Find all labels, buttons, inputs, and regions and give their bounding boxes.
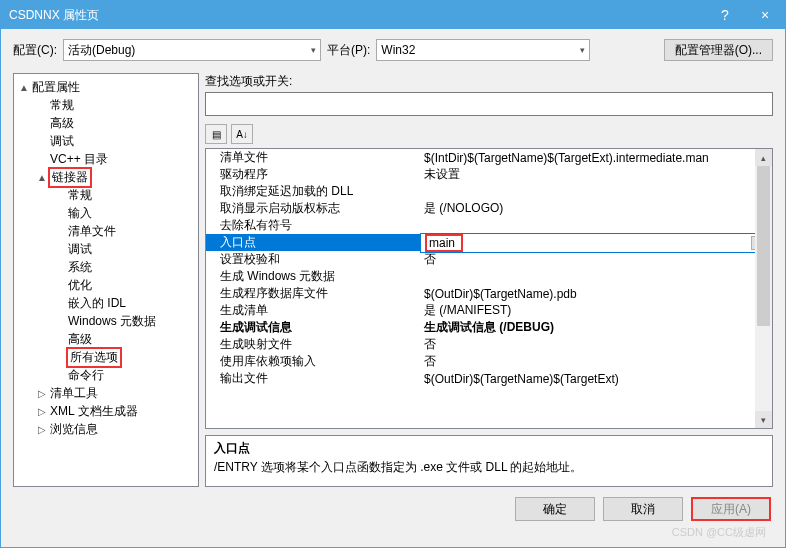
help-button[interactable]: ? (705, 1, 745, 29)
tree-item[interactable]: 清单文件 (14, 222, 198, 240)
property-key: 取消显示启动版权标志 (206, 200, 420, 217)
tree-item-label: 系统 (66, 259, 94, 276)
tree-item[interactable]: 系统 (14, 258, 198, 276)
property-row[interactable]: 生成程序数据库文件$(OutDir)$(TargetName).pdb (206, 285, 772, 302)
tree-item-label: Windows 元数据 (66, 313, 158, 330)
tree-item-label: XML 文档生成器 (48, 403, 140, 420)
config-manager-button[interactable]: 配置管理器(O)... (664, 39, 773, 61)
property-key: 生成 Windows 元数据 (206, 268, 420, 285)
tree-item[interactable]: 常规 (14, 96, 198, 114)
tree-item-label: 浏览信息 (48, 421, 100, 438)
tree-item-label: 配置属性 (30, 79, 82, 96)
tree-item[interactable]: ▷浏览信息 (14, 420, 198, 438)
tree-item[interactable]: 常规 (14, 186, 198, 204)
categorize-icon[interactable]: ▤ (205, 124, 227, 144)
tree-toggle-icon[interactable]: ▷ (36, 406, 48, 417)
scroll-down-icon[interactable]: ▾ (755, 411, 772, 428)
property-key: 清单文件 (206, 149, 420, 166)
property-key: 使用库依赖项输入 (206, 353, 420, 370)
property-row[interactable]: 生成 Windows 元数据 (206, 268, 772, 285)
tree-item[interactable]: 命令行 (14, 366, 198, 384)
config-label: 配置(C): (13, 42, 57, 59)
tree-item[interactable]: 调试 (14, 132, 198, 150)
property-row[interactable]: 生成调试信息生成调试信息 (/DEBUG) (206, 319, 772, 336)
property-key: 生成程序数据库文件 (206, 285, 420, 302)
property-key: 输出文件 (206, 370, 420, 387)
tree-item[interactable]: 高级 (14, 114, 198, 132)
tree-item-label: 常规 (66, 187, 94, 204)
tree-toggle-icon[interactable]: ▲ (36, 172, 48, 183)
platform-combo[interactable]: Win32 ▾ (376, 39, 590, 61)
scroll-up-icon[interactable]: ▴ (755, 149, 772, 166)
property-row[interactable]: 生成清单是 (/MANIFEST) (206, 302, 772, 319)
tree-item-label: 链接器 (48, 167, 92, 188)
property-row[interactable]: 驱动程序未设置 (206, 166, 772, 183)
property-value[interactable]: $(OutDir)$(TargetName)$(TargetExt) (420, 372, 772, 386)
tree-item-label: 清单工具 (48, 385, 100, 402)
tree-item-label: VC++ 目录 (48, 151, 110, 168)
tree-item[interactable]: ▷清单工具 (14, 384, 198, 402)
property-value[interactable]: 否 (420, 251, 772, 268)
tree-item-label: 所有选项 (66, 347, 122, 368)
property-value[interactable]: 是 (/NOLOGO) (420, 200, 772, 217)
search-input[interactable] (205, 92, 773, 116)
property-row[interactable]: 设置校验和否 (206, 251, 772, 268)
tree-item[interactable]: 高级 (14, 330, 198, 348)
tree-toggle-icon[interactable]: ▲ (18, 82, 30, 93)
tree-item[interactable]: 调试 (14, 240, 198, 258)
property-value[interactable]: 否 (420, 353, 772, 370)
property-key: 入口点 (206, 234, 420, 251)
property-row[interactable]: 取消显示启动版权标志是 (/NOLOGO) (206, 200, 772, 217)
property-tree[interactable]: ▲配置属性常规高级调试VC++ 目录▲链接器常规输入清单文件调试系统优化嵌入的 … (13, 73, 199, 487)
property-row[interactable]: 输出文件$(OutDir)$(TargetName)$(TargetExt) (206, 370, 772, 387)
tree-item[interactable]: 所有选项 (14, 348, 198, 366)
property-row[interactable]: 入口点main▾ (206, 234, 772, 251)
close-button[interactable]: × (745, 1, 785, 29)
property-value[interactable]: 是 (/MANIFEST) (420, 302, 772, 319)
property-key: 取消绑定延迟加载的 DLL (206, 183, 420, 200)
ok-button[interactable]: 确定 (515, 497, 595, 521)
tree-item-label: 常规 (48, 97, 76, 114)
platform-label: 平台(P): (327, 42, 370, 59)
property-grid[interactable]: 清单文件$(IntDir)$(TargetName)$(TargetExt).i… (206, 149, 772, 387)
property-key: 去除私有符号 (206, 217, 420, 234)
tree-item[interactable]: ▷XML 文档生成器 (14, 402, 198, 420)
property-value[interactable]: main▾ (420, 233, 772, 253)
window-title: CSDNNX 属性页 (9, 7, 705, 24)
property-value[interactable]: $(OutDir)$(TargetName).pdb (420, 287, 772, 301)
scrollbar[interactable]: ▴ ▾ (755, 149, 772, 428)
property-value[interactable]: 生成调试信息 (/DEBUG) (420, 319, 772, 336)
tree-item[interactable]: ▲配置属性 (14, 78, 198, 96)
tree-item-label: 清单文件 (66, 223, 118, 240)
apply-button[interactable]: 应用(A) (691, 497, 771, 521)
property-row[interactable]: 使用库依赖项输入否 (206, 353, 772, 370)
property-row[interactable]: 清单文件$(IntDir)$(TargetName)$(TargetExt).i… (206, 149, 772, 166)
tree-item-label: 命令行 (66, 367, 106, 384)
config-combo[interactable]: 活动(Debug) ▾ (63, 39, 321, 61)
property-key: 生成调试信息 (206, 319, 420, 336)
property-value[interactable]: 否 (420, 336, 772, 353)
tree-item[interactable]: ▲链接器 (14, 168, 198, 186)
chevron-down-icon: ▾ (311, 45, 316, 55)
tree-toggle-icon[interactable]: ▷ (36, 424, 48, 435)
tree-toggle-icon[interactable]: ▷ (36, 388, 48, 399)
scroll-thumb[interactable] (757, 166, 770, 326)
property-key: 生成映射文件 (206, 336, 420, 353)
alpha-sort-icon[interactable]: A↓ (231, 124, 253, 144)
tree-item[interactable]: 嵌入的 IDL (14, 294, 198, 312)
property-row[interactable]: 去除私有符号 (206, 217, 772, 234)
tree-item-label: 调试 (66, 241, 94, 258)
tree-item[interactable]: Windows 元数据 (14, 312, 198, 330)
tree-item[interactable]: 输入 (14, 204, 198, 222)
tree-item-label: 嵌入的 IDL (66, 295, 128, 312)
tree-item-label: 输入 (66, 205, 94, 222)
cancel-button[interactable]: 取消 (603, 497, 683, 521)
tree-item[interactable]: 优化 (14, 276, 198, 294)
config-value: 活动(Debug) (68, 42, 135, 59)
property-row[interactable]: 生成映射文件否 (206, 336, 772, 353)
description-title: 入口点 (214, 440, 764, 457)
tree-item[interactable]: VC++ 目录 (14, 150, 198, 168)
property-value[interactable]: $(IntDir)$(TargetName)$(TargetExt).inter… (420, 151, 772, 165)
property-row[interactable]: 取消绑定延迟加载的 DLL (206, 183, 772, 200)
property-value[interactable]: 未设置 (420, 166, 772, 183)
